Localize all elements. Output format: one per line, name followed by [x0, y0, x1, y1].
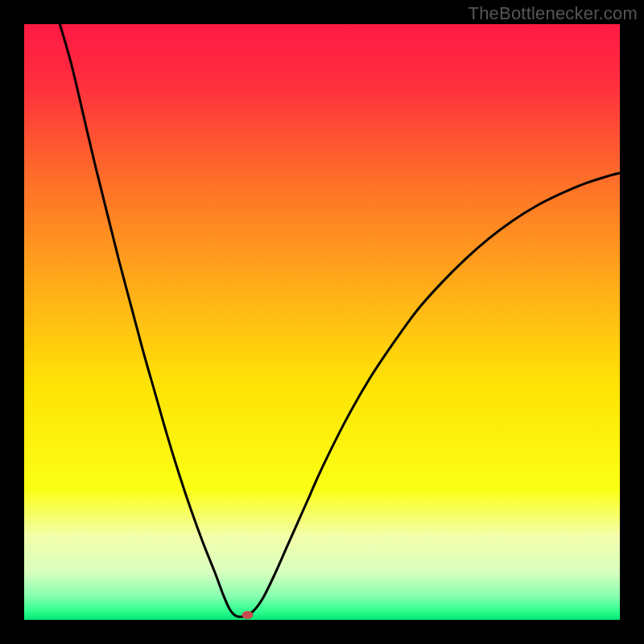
watermark-text: TheBottlenecker.com — [469, 3, 638, 24]
chart-frame — [24, 24, 620, 620]
gradient-background — [24, 24, 620, 620]
bottleneck-chart — [24, 24, 620, 620]
optimal-point-marker — [242, 611, 254, 619]
